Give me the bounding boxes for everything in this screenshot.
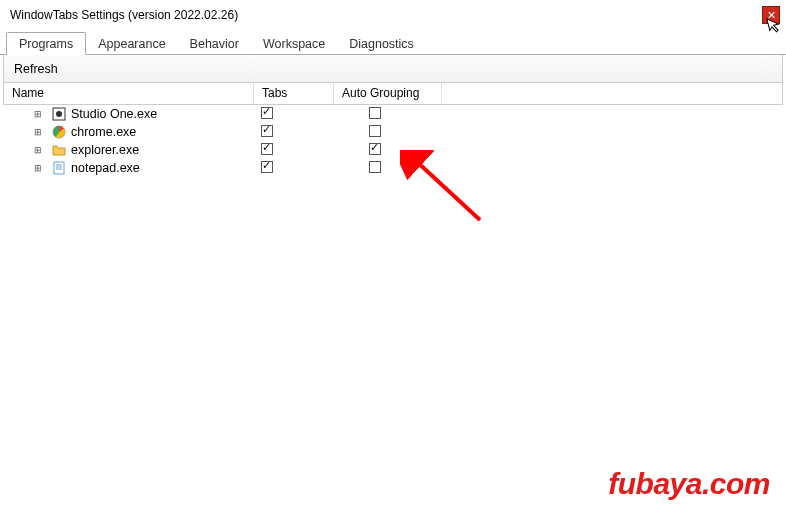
studio-icon — [51, 106, 67, 122]
watermark: fubaya.com — [608, 467, 770, 501]
close-icon: ✕ — [767, 10, 776, 21]
auto-checkbox-cell — [331, 107, 441, 122]
explorer-icon — [51, 142, 67, 158]
auto-grouping-checkbox[interactable] — [369, 125, 381, 137]
svg-rect-4 — [54, 162, 64, 174]
auto-grouping-checkbox[interactable] — [369, 143, 381, 155]
tabs-checkbox[interactable] — [261, 125, 273, 137]
table-row[interactable]: ⊞chrome.exe — [3, 123, 783, 141]
close-button[interactable]: ✕ — [762, 6, 780, 24]
column-spacer — [442, 83, 782, 104]
file-name: explorer.exe — [71, 143, 251, 157]
tree-expand-icon[interactable]: ⊞ — [31, 163, 45, 173]
tabs-checkbox[interactable] — [261, 161, 273, 173]
file-name: chrome.exe — [71, 125, 251, 139]
window-title: WindowTabs Settings (version 2022.02.26) — [10, 8, 238, 22]
refresh-button[interactable]: Refresh — [14, 62, 58, 76]
tabs-checkbox-cell — [251, 161, 331, 176]
tree-expand-icon[interactable]: ⊞ — [31, 127, 45, 137]
toolbar: Refresh — [3, 55, 783, 83]
titlebar: WindowTabs Settings (version 2022.02.26)… — [0, 0, 786, 30]
file-name: Studio One.exe — [71, 107, 251, 121]
list-body: ⊞Studio One.exe⊞chrome.exe⊞explorer.exe⊞… — [3, 105, 783, 177]
chrome-icon — [51, 124, 67, 140]
tabs-checkbox[interactable] — [261, 107, 273, 119]
tab-workspace[interactable]: Workspace — [251, 33, 337, 54]
tabs-checkbox[interactable] — [261, 143, 273, 155]
table-row[interactable]: ⊞notepad.exe — [3, 159, 783, 177]
auto-checkbox-cell — [331, 125, 441, 140]
tab-diagnostics[interactable]: Diagnostics — [337, 33, 426, 54]
auto-checkbox-cell — [331, 161, 441, 176]
tree-expand-icon[interactable]: ⊞ — [31, 145, 45, 155]
svg-point-1 — [56, 111, 62, 117]
tabs-checkbox-cell — [251, 125, 331, 140]
tabs-checkbox-cell — [251, 107, 331, 122]
file-name: notepad.exe — [71, 161, 251, 175]
auto-grouping-checkbox[interactable] — [369, 107, 381, 119]
column-tabs[interactable]: Tabs — [254, 83, 334, 104]
notepad-icon — [51, 160, 67, 176]
tree-expand-icon[interactable]: ⊞ — [31, 109, 45, 119]
tab-programs[interactable]: Programs — [6, 32, 86, 55]
table-row[interactable]: ⊞explorer.exe — [3, 141, 783, 159]
column-name[interactable]: Name — [4, 83, 254, 104]
tab-behavior[interactable]: Behavior — [178, 33, 251, 54]
tab-bar: Programs Appearance Behavior Workspace D… — [0, 30, 786, 55]
auto-grouping-checkbox[interactable] — [369, 161, 381, 173]
auto-checkbox-cell — [331, 143, 441, 158]
list-header: Name Tabs Auto Grouping — [3, 83, 783, 105]
tab-appearance[interactable]: Appearance — [86, 33, 177, 54]
tabs-checkbox-cell — [251, 143, 331, 158]
table-row[interactable]: ⊞Studio One.exe — [3, 105, 783, 123]
column-auto-grouping[interactable]: Auto Grouping — [334, 83, 442, 104]
